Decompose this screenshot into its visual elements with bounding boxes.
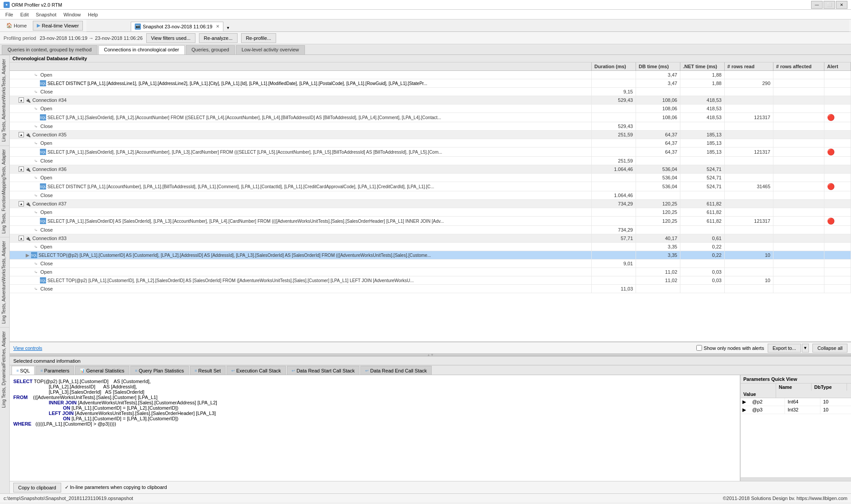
table-row[interactable]: ⤷ Close 9,01	[10, 260, 851, 268]
cell-alert	[824, 226, 851, 234]
table-row[interactable]: SQL SELECT DISTINCT [LPA_L1].[AccountNum…	[10, 182, 851, 191]
cell-net-time	[680, 260, 725, 268]
bottom-content: SELECT TOP(@p2) [LPA_L1].[CustomerID] AS…	[10, 375, 851, 481]
tab-low-level-activity[interactable]: Low-level activity overview	[236, 45, 305, 54]
snapshot-tab-close[interactable]: ✕	[216, 24, 219, 29]
table-row[interactable]: SQL SELECT [LPA_L1].[SalesOrderID] AS [S…	[10, 217, 851, 226]
table-row[interactable]: ⤷ Open 11,02 0,03	[10, 268, 851, 276]
table-row[interactable]: SQL SELECT [LPA_L1].[SalesOrderId], [LPA…	[10, 147, 851, 157]
app-icon: ●	[4, 2, 10, 8]
table-row[interactable]: ⤷ Close 11,03	[10, 285, 851, 293]
tab-sql[interactable]: ≡ SQL	[12, 366, 35, 375]
table-row[interactable]: ▲ 🔌 Connection #36 1.064,46 536,04 524,7…	[10, 165, 851, 174]
export-button[interactable]: Export to...	[768, 344, 801, 353]
show-alerts-input[interactable]	[696, 345, 702, 351]
list-item[interactable]: ▶ @p2 Int64 10	[741, 398, 851, 406]
table-row[interactable]: ▲ 🔌 Connection #33 57,71 40,17 0,61	[10, 234, 851, 243]
cell-duration: 1.064,46	[592, 191, 636, 199]
sidebar-tab-1[interactable]: Ling Tests, FunctionMappingTests, Adapte…	[0, 145, 9, 237]
table-area[interactable]: Chronological Database Activity Duration…	[10, 55, 851, 342]
sidebar-tab-0[interactable]: Ling Tests, AdventureWorksTests, Adapter	[0, 55, 9, 145]
tab-parameters[interactable]: ≡ Parameters	[35, 366, 74, 375]
titlebar-controls[interactable]: — ⬜ ✕	[811, 1, 847, 9]
cell-alert: 🔴	[824, 147, 851, 156]
table-row[interactable]: ▲ 🔌 Connection #35 251,59 64,37 185,13	[10, 131, 851, 139]
table-row[interactable]: ⤷ Close 251,59	[10, 157, 851, 165]
home-button[interactable]: 🏠 Home	[2, 22, 31, 29]
copy-to-clipboard-button[interactable]: Copy to clipboard	[13, 483, 61, 492]
sql-icon: SQL	[40, 149, 46, 155]
table-row[interactable]: ▲ 🔌 Connection #37 734,29 120,25 611,82	[10, 200, 851, 208]
menu-file[interactable]: File	[2, 11, 17, 18]
cell-alert	[824, 260, 851, 268]
snapshot-tab[interactable]: 📷 Snapshot 23-nov-2018 11:06:19 ✕	[131, 22, 223, 31]
cell-rows-aff	[773, 182, 824, 191]
cell-net-time: 185,13	[680, 147, 725, 156]
table-row[interactable]: ⤷ Close 529,43	[10, 122, 851, 131]
table-row[interactable]: SQL SELECT [LPA_L1].[SalesOrderId], [LPA…	[10, 113, 851, 122]
table-row[interactable]: ⤷ Close 734,29	[10, 226, 851, 234]
table-row[interactable]: SQL SELECT TOP(@p2) [LPA_L1].[CustomerID…	[10, 276, 851, 285]
tab-general-stats[interactable]: 📊 General Statistics	[75, 366, 129, 375]
reanalyze-button[interactable]: Re-analyze...	[199, 33, 238, 43]
tab-result-set[interactable]: ≡ Result Set	[190, 366, 226, 375]
view-filters-button[interactable]: View filters used...	[146, 33, 195, 43]
tab-data-read-start-call-stack[interactable]: ↩ Data Read Start Call Stack	[287, 366, 359, 375]
collapse-icon[interactable]: ▲	[19, 97, 24, 103]
close-button[interactable]: ✕	[836, 1, 847, 9]
minimize-button[interactable]: —	[811, 1, 823, 9]
menu-edit[interactable]: Edit	[17, 11, 32, 18]
table-row[interactable]: ▶ SQL SELECT TOP(@p2) [LPA_L1].[Customer…	[10, 251, 851, 260]
list-item[interactable]: ▶ @p3 Int32 10	[741, 406, 851, 414]
view-controls-link[interactable]: View controls	[13, 345, 42, 351]
tab-queries-grouped[interactable]: Queries, grouped	[186, 45, 235, 54]
table-row[interactable]: ⤷ Open 536,04 524,71	[10, 174, 851, 182]
sidebar-tab-3[interactable]: Ling Tests, DynamicalFetches, Adapter	[0, 327, 9, 411]
table-row[interactable]: ⤷ Open 64,37 185,13	[10, 139, 851, 147]
tab-query-plan[interactable]: ≡ Query Plan Statistics	[130, 366, 189, 375]
inline-params-checkbox[interactable]: ✓ In-line parameters when copying to cli…	[65, 485, 167, 490]
table-row[interactable]: ⤷ Close 9,15	[10, 88, 851, 96]
realtime-viewer-button[interactable]: ▶ Real-time Viewer	[33, 21, 83, 31]
expand-icon[interactable]: ▶	[26, 252, 29, 258]
collapse-icon[interactable]: ▲	[19, 236, 24, 241]
cell-rows-aff	[773, 191, 824, 199]
collapse-all-button[interactable]: Collapse all	[812, 344, 847, 353]
show-alerts-checkbox[interactable]: Show only nodes with alerts	[696, 345, 764, 351]
maximize-button[interactable]: ⬜	[824, 1, 835, 9]
table-row[interactable]: ⤷ Open 3,35 0,22	[10, 243, 851, 251]
conn-icon: 🔌	[25, 166, 31, 172]
collapse-icon[interactable]: ▲	[19, 167, 24, 172]
tab-data-read-end-call-stack[interactable]: ↩ Data Read End Call Stack	[360, 366, 432, 375]
table-row[interactable]: ⤷ Open 3,47 1,88	[10, 71, 851, 79]
params-scrollbar[interactable]	[741, 477, 851, 481]
cell-db-time: 3,47	[636, 71, 680, 79]
cell-duration	[592, 79, 636, 87]
open-icon: ⤷	[33, 72, 39, 78]
cell-alert	[824, 174, 851, 182]
table-row[interactable]: ⤷ Open 120,25 611,82	[10, 208, 851, 217]
sidebar-tab-2[interactable]: Ling Tests, AdventureWorksTests, Adapter	[0, 237, 9, 327]
reprofile-button[interactable]: Re-profile...	[241, 33, 276, 43]
params-expand-0[interactable]: ▶	[741, 398, 750, 406]
collapse-icon[interactable]: ▲	[19, 132, 24, 137]
params-expand-1[interactable]: ▶	[741, 406, 750, 414]
cell-alert: 🔴	[824, 217, 851, 225]
sql-line-1: SELECT TOP(@p2) [LPA_L1].[CustomerID] AS…	[13, 379, 736, 384]
table-row[interactable]: ▲ 🔌 Connection #34 529,43 108,06 418,53	[10, 96, 851, 105]
cell-db-time: 108,06	[636, 105, 680, 112]
menu-snapshot[interactable]: Snapshot	[32, 11, 60, 18]
table-row[interactable]: ⤷ Open 108,06 418,53	[10, 105, 851, 113]
menu-window[interactable]: Window	[60, 11, 84, 18]
tab-execution-call-stack[interactable]: ↩ Execution Call Stack	[226, 366, 286, 375]
tab-connections-chronological[interactable]: Connections in chronological order	[98, 45, 185, 54]
cell-label: SQL SELECT [LPA_L1].[SalesOrderID] AS [S…	[10, 217, 592, 225]
menu-help[interactable]: Help	[84, 11, 101, 18]
table-row[interactable]: ⤷ Close 1.064,46	[10, 191, 851, 200]
cell-label: ⤷ Open	[10, 243, 592, 251]
export-dropdown-button[interactable]: ▾	[802, 344, 809, 353]
table-row[interactable]: SQL SELECT DISTINCT [LPA_L1].[AddressLin…	[10, 79, 851, 88]
tab-queries-grouped-method[interactable]: Queries in context, grouped by method	[2, 45, 98, 54]
tab-dropdown-button[interactable]: ▾	[224, 24, 232, 31]
collapse-icon[interactable]: ▲	[19, 201, 24, 206]
